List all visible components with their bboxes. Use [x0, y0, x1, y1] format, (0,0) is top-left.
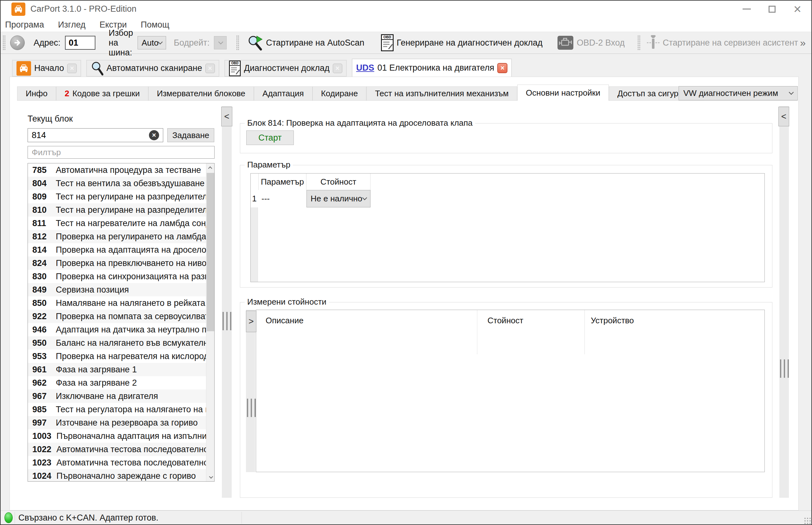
baud-select	[214, 36, 227, 49]
list-item[interactable]: 850Намаляване на налягането в рейката	[28, 296, 206, 310]
tab-home[interactable]: Начало ×	[12, 60, 81, 77]
close-icon: ×	[794, 2, 801, 16]
scrollbar-thumb[interactable]	[207, 173, 214, 331]
list-item[interactable]: 962Фаза на загряване 2	[28, 376, 206, 389]
list-item[interactable]: 922Проверка на помпата за сервоусилвател…	[28, 310, 206, 323]
connect-button[interactable]	[10, 35, 25, 50]
expand-right-button[interactable]: >	[246, 311, 257, 332]
right-splitter-strip[interactable]	[779, 106, 789, 498]
list-item[interactable]: 1003Първоначална адаптация на изпълнител…	[28, 429, 206, 443]
scroll-up-icon[interactable]	[206, 163, 215, 172]
toolbar-overflow-button[interactable]: »	[800, 37, 808, 49]
block-text: Изключване на двигателя	[56, 389, 158, 403]
minimize-button[interactable]	[734, 0, 759, 18]
diag-mode-select[interactable]: VW диагностичен режим	[679, 86, 798, 100]
menu-item-view[interactable]: Изглед	[58, 20, 86, 30]
list-item[interactable]: 809Тест на регулиране на разпределителни…	[28, 190, 206, 203]
block-text: Първоначална адаптация на изпълнителн	[56, 429, 206, 443]
list-item[interactable]: 785Автоматична процедура за тестване	[28, 163, 206, 177]
list-item[interactable]: 1023Автоматична тестова последователност…	[28, 456, 206, 469]
subtab-basic-settings[interactable]: Основни настройки	[517, 85, 609, 101]
wrench-icon	[647, 35, 659, 50]
tab-label: Автоматично сканиране	[106, 63, 202, 73]
row-index: 1	[251, 190, 258, 207]
parameter-table: Параметър Стойност 1 --- Не е налично	[250, 173, 765, 282]
list-item[interactable]: 961Фаза на загряване 1	[28, 363, 206, 376]
measured-group-title: Измерени стойности	[245, 297, 329, 307]
tab-uds-engine[interactable]: UDS 01 Електроника на двигателя ×	[352, 59, 512, 77]
tab-close-button[interactable]: ×	[205, 64, 215, 73]
resize-grip[interactable]	[804, 517, 811, 524]
tab-autoscan[interactable]: Автоматично сканиране ×	[86, 60, 219, 77]
block-group-title: Блок 814: Проверка на адаптацията на дро…	[245, 118, 475, 128]
tab-diagnostic-report[interactable]: OBD Диагностичен доклад ×	[224, 60, 347, 77]
subtab-adaptation[interactable]: Адаптация	[254, 87, 313, 101]
list-item[interactable]: 953Проверка на нагревателя на кислородни…	[28, 349, 206, 363]
block-number: 804	[32, 177, 51, 190]
menu-item-program[interactable]: Програма	[5, 20, 44, 30]
list-item[interactable]: 946Адаптация на датчика за неутрално пол…	[28, 323, 206, 336]
minimize-icon	[743, 9, 751, 10]
row-header-gutter	[251, 207, 258, 282]
splitter-handle[interactable]	[780, 359, 789, 378]
parameter-cell: ---	[258, 190, 306, 207]
splitter-handle[interactable]	[247, 399, 256, 417]
left-splitter-strip[interactable]	[222, 106, 232, 498]
block-number: 809	[32, 190, 51, 203]
measured-splitter-strip[interactable]	[246, 310, 255, 472]
address-input[interactable]	[65, 36, 96, 50]
chevron-down-icon	[789, 90, 794, 95]
start-button[interactable]: Старт	[246, 131, 294, 145]
list-item[interactable]: 849Сервизна позиция	[28, 283, 206, 296]
list-item[interactable]: 811Тест на нагревателите на ламбда сонди…	[28, 216, 206, 230]
list-item[interactable]: 985Тест на регулатора на налягането на н…	[28, 403, 206, 416]
tab-close-button[interactable]: ×	[67, 64, 77, 73]
filter-input[interactable]	[28, 146, 215, 159]
bus-select-value: Auto	[142, 38, 159, 48]
maximize-button[interactable]	[759, 0, 785, 18]
block-number: 824	[32, 256, 51, 270]
collapse-right-button[interactable]: <	[779, 107, 789, 126]
toolbar-grip[interactable]	[236, 35, 239, 50]
bus-select[interactable]: Auto	[137, 36, 166, 49]
menu-item-help[interactable]: Помощ	[141, 20, 169, 30]
tab-label: 01 Електроника на двигателя	[377, 63, 494, 73]
list-item[interactable]: 1022Автоматична тестова последователност…	[28, 443, 206, 456]
subtab-measuring-blocks[interactable]: Измервателни блокове	[148, 87, 254, 101]
list-item[interactable]: 997Източване на резервоара за гориво	[28, 416, 206, 429]
toolbar-grip[interactable]	[2, 35, 6, 50]
tab-close-button[interactable]: ×	[333, 64, 342, 73]
subtab-actuator-test[interactable]: Тест на изпълнителния механизъм	[366, 87, 517, 101]
list-item[interactable]: 804Тест на вентила за обезвъздушаване на…	[28, 177, 206, 190]
list-item[interactable]: 967Изключване на двигателя	[28, 389, 206, 403]
clear-icon[interactable]: ×	[149, 130, 159, 140]
list-item[interactable]: 814Проверка на адаптацията на дроселоват…	[28, 243, 206, 256]
arrow-right-icon	[13, 38, 22, 47]
list-item[interactable]: 810Тест на регулиране на разпределителни…	[28, 203, 206, 216]
list-item[interactable]: 830Проверка на синхронизацията на разпре…	[28, 270, 206, 283]
autoscan-button[interactable]: Стартиране на AutoScan	[246, 33, 366, 52]
subtab-info[interactable]: Инфо	[17, 87, 56, 101]
list-scrollbar[interactable]	[206, 163, 214, 481]
scroll-down-icon[interactable]	[206, 472, 215, 481]
list-item[interactable]: 1024Първоначално зареждане с гориво	[28, 469, 206, 482]
measured-values-group: Измерени стойности > Описание Стойност У…	[240, 302, 772, 498]
value-select[interactable]: Не е налично	[306, 190, 371, 207]
close-button[interactable]: ×	[785, 0, 810, 18]
collapse-left-button[interactable]: <	[221, 107, 232, 126]
list-item[interactable]: 950Баланс на налягането във всмукателния…	[28, 336, 206, 349]
report-button[interactable]: OBD Генериране на диагностичен доклад	[379, 33, 545, 52]
list-item[interactable]: 824Проверка на превключването на нивото …	[28, 256, 206, 270]
block-text: Източване на резервоара за гориво	[56, 416, 198, 429]
subtab-fault-codes[interactable]: 2 Кодове за грешки	[56, 87, 148, 101]
service-label: Стартиране на сервизен асистент	[663, 38, 798, 48]
list-item[interactable]: 812Проверка на регулирането на ламбда со…	[28, 230, 206, 243]
block-number: 997	[32, 416, 51, 429]
toolbar-grip[interactable]	[637, 35, 640, 50]
splitter-handle[interactable]	[222, 312, 231, 330]
tab-label: Начало	[34, 63, 64, 73]
subtab-coding[interactable]: Кодиране	[313, 87, 366, 101]
set-block-button[interactable]: Задаване	[167, 128, 214, 142]
tab-close-button[interactable]: ×	[497, 63, 507, 73]
block-number-input[interactable]	[28, 128, 163, 142]
